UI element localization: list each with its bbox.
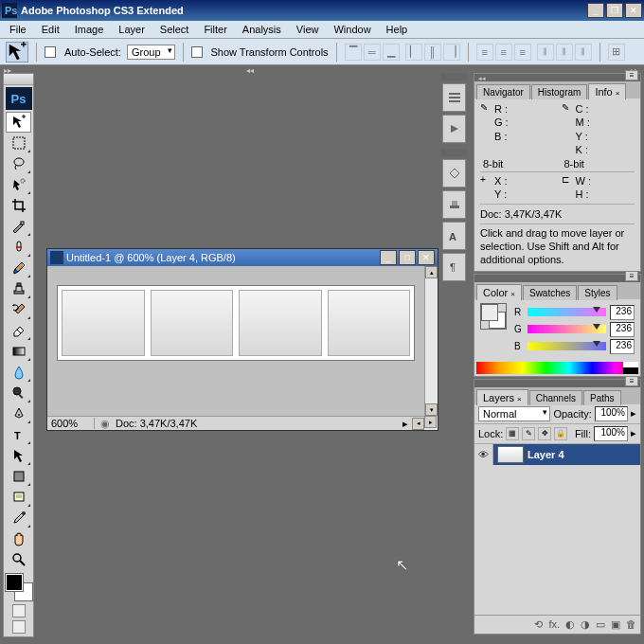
document-titlebar[interactable]: Untitled-1 @ 600% (Layer 4, RGB/8) _ □ ✕ (47, 249, 438, 266)
layer-name[interactable]: Layer 4 (528, 449, 564, 460)
lasso-tool[interactable] (6, 153, 31, 174)
blend-mode-dropdown[interactable]: Normal (478, 406, 550, 421)
menu-image[interactable]: Image (67, 22, 112, 37)
foreground-color[interactable] (6, 574, 23, 591)
g-slider[interactable] (528, 325, 606, 333)
tab-styles[interactable]: Styles (578, 285, 617, 300)
opacity-flyout-icon[interactable]: ▸ (631, 407, 636, 420)
menu-select[interactable]: Select (152, 22, 197, 37)
show-transform-checkbox[interactable] (191, 46, 203, 58)
clone-stamp-tool[interactable] (6, 278, 31, 299)
doc-maximize-button[interactable]: □ (399, 250, 416, 265)
quick-select-tool[interactable] (6, 174, 31, 195)
scroll-down-icon[interactable]: ▾ (425, 403, 438, 416)
menu-help[interactable]: Help (379, 22, 416, 37)
delete-layer-icon[interactable]: 🗑 (626, 618, 636, 630)
r-value[interactable]: 236 (610, 305, 635, 320)
layer-mask-icon[interactable]: ◐ (565, 618, 575, 631)
menu-filter[interactable]: Filter (196, 22, 234, 37)
layer-thumbnail[interactable] (497, 446, 524, 463)
visibility-toggle-icon[interactable]: 👁 (474, 444, 493, 465)
lock-position-icon[interactable]: ✥ (538, 427, 551, 440)
g-value[interactable]: 236 (610, 322, 635, 337)
healing-brush-tool[interactable] (6, 237, 31, 258)
marquee-tool[interactable] (6, 133, 31, 153)
lock-transparency-icon[interactable]: ▦ (506, 427, 519, 440)
align-hcenter-icon[interactable]: ║ (424, 44, 441, 61)
tab-layers[interactable]: Layers× (476, 389, 528, 405)
tab-navigator[interactable]: Navigator (476, 84, 530, 99)
notes-tool[interactable] (6, 487, 31, 508)
adjustment-layer-icon[interactable]: ◑ (581, 618, 590, 631)
dock-paragraph-icon[interactable]: ¶ (442, 253, 466, 281)
active-tool-icon[interactable] (6, 42, 28, 63)
scroll-right-icon[interactable]: ▸ (424, 416, 437, 428)
lock-all-icon[interactable]: 🔒 (554, 427, 567, 440)
dock-character-icon[interactable]: A (442, 222, 466, 250)
color-swatch[interactable] (6, 574, 32, 600)
quick-mask-icon[interactable] (12, 604, 26, 617)
layer-row[interactable]: 👁 Layer 4 (474, 444, 640, 465)
type-tool[interactable]: T (6, 424, 31, 445)
dock-actions-icon[interactable] (442, 115, 466, 143)
align-top-icon[interactable]: ▔ (345, 44, 362, 61)
blur-tool[interactable] (6, 362, 31, 383)
distribute-bottom-icon[interactable]: ≡ (514, 44, 531, 61)
fill-field[interactable]: 100% (594, 426, 628, 441)
tab-channels[interactable]: Channels (529, 390, 582, 405)
layer-style-icon[interactable]: fx. (548, 618, 560, 630)
b-slider[interactable] (528, 342, 606, 350)
zoom-field[interactable]: 600% (47, 418, 95, 429)
menu-edit[interactable]: Edit (34, 22, 67, 37)
doc-minimize-button[interactable]: _ (380, 250, 397, 265)
auto-select-dropdown[interactable]: Group (127, 45, 175, 60)
tab-color[interactable]: Color× (476, 284, 522, 300)
document-canvas[interactable] (47, 266, 424, 416)
dock-clone-icon[interactable] (442, 190, 466, 219)
menu-file[interactable]: File (2, 22, 34, 37)
vertical-scrollbar[interactable]: ▴ ▾ (424, 266, 438, 416)
auto-align-icon[interactable]: ⊞ (608, 44, 625, 61)
distribute-hcenter-icon[interactable]: ⦀ (556, 44, 573, 61)
well-expand-left-icon[interactable]: ▸▸ (4, 66, 13, 72)
tab-paths[interactable]: Paths (583, 390, 621, 405)
pen-tool[interactable] (6, 403, 31, 424)
history-brush-tool[interactable] (6, 299, 31, 320)
link-layers-icon[interactable]: ⟲ (534, 618, 543, 631)
align-vcenter-icon[interactable]: ═ (364, 44, 381, 61)
menu-window[interactable]: Window (326, 22, 378, 37)
fill-flyout-icon[interactable]: ▸ (631, 427, 636, 439)
tab-swatches[interactable]: Swatches (523, 285, 577, 300)
distribute-right-icon[interactable]: ⦀ (575, 44, 592, 61)
move-tool[interactable] (6, 112, 31, 133)
well-expand-right-icon[interactable]: ◂◂ (246, 66, 256, 72)
align-right-icon[interactable]: ▕ (443, 44, 460, 61)
layers-panel-menu-icon[interactable]: ≡ (625, 376, 638, 386)
dock-brushes-icon[interactable] (442, 159, 466, 188)
group-icon[interactable]: ▭ (596, 618, 605, 631)
status-icon[interactable]: ◉ (95, 418, 116, 430)
distribute-top-icon[interactable]: ≡ (476, 44, 493, 61)
align-left-icon[interactable]: ▏ (405, 44, 422, 61)
distribute-vcenter-icon[interactable]: ≡ (495, 44, 512, 61)
opacity-field[interactable]: 100% (595, 406, 628, 421)
minimize-button[interactable]: _ (587, 3, 604, 18)
spectrum-bar[interactable] (476, 362, 638, 374)
gradient-tool[interactable] (6, 341, 31, 362)
layer-list[interactable]: 👁 Layer 4 (474, 444, 640, 615)
restore-button[interactable]: ❐ (606, 3, 623, 18)
hand-tool[interactable] (6, 528, 31, 549)
shape-tool[interactable] (6, 466, 31, 487)
info-panel-menu-icon[interactable]: ≡ (625, 70, 638, 80)
screen-mode-icon[interactable] (12, 620, 26, 634)
align-bottom-icon[interactable]: ▁ (383, 44, 400, 61)
path-select-tool[interactable] (6, 445, 31, 466)
close-button[interactable]: ✕ (625, 3, 642, 18)
zoom-tool[interactable] (6, 549, 31, 570)
tab-info[interactable]: Info× (588, 83, 626, 99)
r-slider[interactable] (528, 308, 606, 316)
color-preview[interactable] (480, 303, 507, 330)
auto-select-checkbox[interactable] (45, 46, 56, 58)
crop-tool[interactable] (6, 195, 31, 216)
brush-tool[interactable] (6, 258, 31, 278)
